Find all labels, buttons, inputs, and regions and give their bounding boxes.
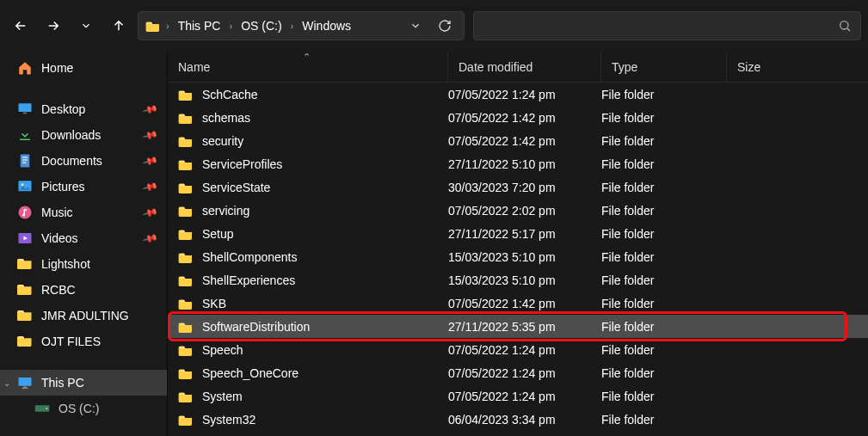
file-type: File folder [601, 297, 727, 310]
file-row[interactable]: ShellComponents15/03/2023 5:10 pmFile fo… [168, 245, 868, 268]
file-row[interactable]: security07/05/2022 1:42 pmFile folder [168, 129, 868, 152]
file-row[interactable]: SoftwareDistribution27/11/2022 5:35 pmFi… [168, 315, 868, 338]
sidebar-item-pictures[interactable]: Pictures📌 [0, 174, 167, 200]
sidebar-item-desktop[interactable]: Desktop📌 [0, 96, 167, 122]
arrow-right-icon [46, 18, 61, 34]
breadcrumb-segment[interactable]: OS (C:) [237, 17, 285, 34]
file-row[interactable]: schemas07/05/2022 1:42 pmFile folder [168, 106, 868, 129]
file-row[interactable]: Speech_OneCore07/05/2022 1:24 pmFile fol… [168, 361, 868, 384]
file-date: 30/03/2023 7:20 pm [448, 181, 601, 194]
music-icon [17, 205, 33, 220]
file-date: 27/11/2022 5:10 pm [448, 157, 601, 171]
svg-rect-14 [22, 388, 28, 389]
file-name: Speech [202, 343, 243, 357]
file-row[interactable]: System3206/04/2023 3:34 pmFile folder [168, 408, 868, 431]
breadcrumb-segment[interactable]: Windows [299, 17, 354, 34]
sidebar-item-label: Music [41, 206, 73, 219]
sidebar-item-label: Pictures [41, 180, 85, 193]
up-button[interactable] [105, 12, 132, 40]
body: Home Desktop📌Downloads📌Documents📌Picture… [0, 52, 868, 436]
folder-icon [178, 298, 194, 310]
file-type: File folder [601, 134, 727, 148]
arrow-left-icon [13, 18, 28, 34]
svg-rect-1 [19, 103, 32, 112]
recent-locations-button[interactable] [72, 12, 100, 40]
search-input[interactable] [473, 11, 861, 40]
sidebar-item-label: Home [41, 61, 73, 75]
folder-icon [178, 390, 194, 402]
download-icon [17, 127, 33, 143]
sidebar-item-downloads[interactable]: Downloads📌 [0, 122, 167, 148]
svg-rect-12 [19, 378, 32, 386]
file-row[interactable]: SchCache07/05/2022 1:24 pmFile folder [168, 83, 868, 106]
breadcrumb-segment[interactable]: This PC [175, 17, 225, 34]
file-name: schemas [202, 111, 250, 125]
file-type: File folder [601, 111, 727, 125]
sidebar-item-rcbc[interactable]: RCBC [0, 277, 167, 303]
sidebar-item-label: Lightshot [41, 257, 90, 271]
breadcrumb-sep-icon: › [229, 21, 232, 31]
forward-button[interactable] [40, 12, 67, 40]
sidebar-item-thispc[interactable]: ⌄ This PC [0, 370, 167, 396]
file-date: 27/11/2022 5:35 pm [448, 320, 601, 334]
address-dropdown-button[interactable] [403, 20, 428, 32]
file-name: SoftwareDistribution [202, 320, 310, 334]
picture-icon [17, 179, 33, 194]
file-type: File folder [601, 343, 727, 357]
svg-rect-13 [23, 387, 28, 389]
sidebar-item-lightshot[interactable]: Lightshot [0, 251, 167, 277]
sidebar-item-home[interactable]: Home [0, 55, 167, 81]
file-list: SchCache07/05/2022 1:24 pmFile foldersch… [168, 83, 868, 431]
file-name: ShellExperiences [202, 273, 295, 287]
file-date: 07/05/2022 1:24 pm [448, 88, 601, 101]
toolbar: › This PC › OS (C:) › Windows [0, 0, 868, 52]
file-row[interactable]: servicing07/05/2022 2:02 pmFile folder [168, 199, 868, 222]
file-name: security [202, 134, 243, 148]
sidebar-item-label: This PC [41, 376, 84, 390]
column-header-date[interactable]: Date modified [448, 52, 601, 82]
file-row[interactable]: ShellExperiences15/03/2023 5:10 pmFile f… [168, 268, 868, 292]
svg-point-16 [46, 408, 47, 409]
file-row[interactable]: Setup27/11/2022 5:17 pmFile folder [168, 222, 868, 245]
file-row[interactable]: SKB07/05/2022 1:42 pmFile folder [168, 292, 868, 315]
sidebar-item-ojt-files[interactable]: OJT FILES [0, 329, 167, 354]
sidebar-item-videos[interactable]: Videos📌 [0, 225, 167, 251]
svg-rect-2 [23, 113, 28, 114]
svg-point-0 [840, 21, 848, 29]
sidebar-item-label: RCBC [41, 283, 76, 297]
monitor-icon [17, 376, 33, 390]
pin-icon: 📌 [142, 204, 159, 221]
back-button[interactable] [7, 12, 34, 40]
file-row[interactable]: System07/05/2022 1:24 pmFile folder [168, 384, 868, 408]
folder-icon [178, 135, 194, 147]
file-type: File folder [601, 413, 727, 427]
refresh-button[interactable] [433, 19, 457, 33]
folder-icon [17, 308, 33, 323]
file-name: SchCache [202, 88, 258, 101]
column-header-type[interactable]: Type [601, 52, 727, 82]
sidebar-item-label: Documents [41, 154, 102, 168]
sidebar-item-documents[interactable]: Documents📌 [0, 148, 167, 174]
sidebar-item-label: Downloads [41, 128, 101, 142]
column-header-row: ⌃ Name Date modified Type Size [168, 52, 868, 83]
sidebar-item-drive[interactable]: OS (C:) [0, 396, 167, 421]
pin-icon: 📌 [142, 230, 159, 247]
folder-icon [178, 181, 194, 193]
file-type: File folder [601, 227, 727, 241]
file-row[interactable]: ServiceState30/03/2023 7:20 pmFile folde… [168, 175, 868, 199]
file-type: File folder [601, 390, 727, 403]
file-list-pane: ⌃ Name Date modified Type Size SchCache0… [168, 52, 868, 436]
address-bar[interactable]: › This PC › OS (C:) › Windows [138, 11, 465, 40]
file-date: 07/05/2022 2:02 pm [448, 204, 601, 218]
file-row[interactable]: ServiceProfiles27/11/2022 5:10 pmFile fo… [168, 152, 868, 175]
folder-icon [178, 367, 194, 379]
file-type: File folder [601, 181, 727, 194]
file-row[interactable]: Speech07/05/2022 1:24 pmFile folder [168, 338, 868, 361]
sidebar-item-music[interactable]: Music📌 [0, 200, 167, 225]
file-date: 15/03/2023 5:10 pm [448, 250, 601, 264]
column-header-size[interactable]: Size [727, 52, 813, 82]
sidebar-item-jmr-adulting[interactable]: JMR ADULTING [0, 303, 167, 329]
folder-icon [17, 256, 33, 272]
file-name: servicing [202, 204, 249, 218]
arrow-up-icon [111, 18, 126, 34]
